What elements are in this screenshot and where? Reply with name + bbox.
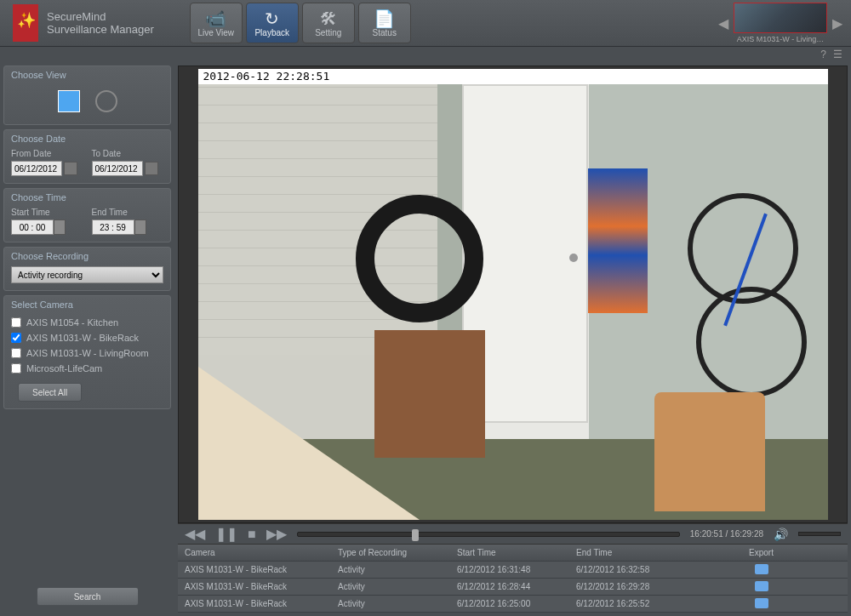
from-date-input[interactable] <box>11 161 62 176</box>
time-display: 16:20:51 / 16:29:28 <box>690 529 763 539</box>
cell-end: 6/12/2012 16:29:28 <box>569 582 688 591</box>
to-date-input[interactable] <box>92 161 143 176</box>
search-button[interactable]: Search <box>37 587 139 606</box>
export-icon[interactable] <box>755 598 768 608</box>
nav-label: Status <box>373 28 397 37</box>
col-export[interactable]: Export <box>688 548 834 557</box>
camera-label: AXIS M1054 - Kitchen <box>26 317 118 328</box>
start-time-label: Start Time <box>11 208 83 217</box>
app-logo <box>13 4 38 42</box>
prev-camera-icon[interactable]: ◀ <box>718 16 728 31</box>
camera-item[interactable]: Microsoft-LifeCam <box>11 361 163 376</box>
nav-label: Live View <box>197 28 234 37</box>
calendar-icon[interactable] <box>64 162 77 175</box>
tools-icon: 🛠 <box>320 9 337 28</box>
next-camera-icon[interactable]: ▶ <box>832 16 842 31</box>
cell-export[interactable] <box>688 581 834 593</box>
camera-thumbnail-nav: ◀ AXIS M1031-W - Living… ▶ <box>718 3 851 43</box>
calendar-icon[interactable] <box>145 162 158 175</box>
cell-type: Activity <box>331 565 450 574</box>
end-time-input[interactable] <box>92 220 134 235</box>
pause-icon[interactable]: ❚❚ <box>215 526 237 542</box>
start-time-input[interactable] <box>11 220 54 235</box>
col-end[interactable]: End Time <box>569 548 688 557</box>
table-row[interactable]: AXIS M1031-W - BikeRack Activity 6/12/20… <box>178 596 848 613</box>
camera-checkbox[interactable] <box>11 363 21 374</box>
thumbnail-label: AXIS M1031-W - Living… <box>734 35 827 43</box>
cell-camera: AXIS M1031-W - BikeRack <box>178 582 331 591</box>
nav-setting[interactable]: 🛠 Setting <box>302 3 355 43</box>
volume-slider[interactable] <box>798 532 841 536</box>
video-frame[interactable]: 2012-06-12 22:28:51 <box>198 69 828 520</box>
toolbar: ? ☰ <box>0 47 851 62</box>
panel-title: Choose Time <box>11 192 163 202</box>
app-title: SecureMind Surveillance Manager <box>47 10 154 36</box>
panel-title: Select Camera <box>11 299 163 310</box>
camera-item[interactable]: AXIS M1031-W - LivingRoom <box>11 345 163 361</box>
cell-end: 6/12/2012 16:25:52 <box>569 599 688 608</box>
table-row[interactable]: AXIS M1031-W - BikeRack Activity 6/12/20… <box>178 562 848 579</box>
cell-export[interactable] <box>688 564 834 576</box>
forward-icon[interactable]: ▶▶ <box>266 526 287 542</box>
zoom-view-icon[interactable] <box>95 90 117 112</box>
export-icon[interactable] <box>755 564 768 574</box>
cell-type: Activity <box>331 582 450 591</box>
col-start[interactable]: Start Time <box>450 548 569 557</box>
panel-title: Choose Recording <box>11 251 163 261</box>
camera-checkbox[interactable] <box>11 348 21 358</box>
volume-icon[interactable]: 🔊 <box>774 528 788 541</box>
document-icon: 📄 <box>374 9 395 28</box>
cell-camera: AXIS M1031-W - BikeRack <box>178 599 331 608</box>
table-row[interactable]: AXIS M1031-W - BikeRack Activity 6/12/20… <box>178 579 848 596</box>
camera-icon: 📹 <box>205 9 226 28</box>
end-time-label: End Time <box>92 208 164 217</box>
camera-item[interactable]: AXIS M1054 - Kitchen <box>11 315 163 330</box>
camera-checkbox[interactable] <box>11 333 21 343</box>
camera-thumbnail[interactable] <box>734 3 827 33</box>
cell-start: 6/12/2012 16:25:00 <box>450 599 569 608</box>
nav-label: Playback <box>254 28 289 37</box>
nav-playback[interactable]: ↻ Playback <box>246 3 299 43</box>
select-camera-panel: Select Camera AXIS M1054 - KitchenAXIS M… <box>3 295 171 409</box>
camera-label: AXIS M1031-W - LivingRoom <box>26 348 149 358</box>
choose-time-panel: Choose Time Start Time End Time <box>3 188 171 242</box>
cell-start: 6/12/2012 16:28:44 <box>450 582 569 591</box>
nav-status[interactable]: 📄 Status <box>358 3 411 43</box>
seek-slider[interactable] <box>297 532 680 537</box>
sidebar: Choose View Choose Date From Date To Dat… <box>0 62 174 616</box>
panel-title: Choose View <box>11 70 163 80</box>
rewind-icon[interactable]: ◀◀ <box>185 526 205 542</box>
recording-type-select[interactable]: Activity recording <box>11 266 163 283</box>
choose-view-panel: Choose View <box>3 66 171 125</box>
camera-item[interactable]: AXIS M1031-W - BikeRack <box>11 330 163 345</box>
nav-live-view[interactable]: 📹 Live View <box>190 3 243 43</box>
grid-view-icon[interactable] <box>58 90 80 112</box>
col-camera[interactable]: Camera <box>178 548 331 557</box>
cell-end: 6/12/2012 16:32:58 <box>569 565 688 574</box>
settings-icon[interactable]: ☰ <box>833 48 842 60</box>
camera-checkbox[interactable] <box>11 317 21 328</box>
video-viewport: 2012-06-12 22:28:51 <box>178 66 848 523</box>
main-area: 2012-06-12 22:28:51 ◀◀ ❚❚ ■ ▶▶ <box>174 62 851 616</box>
stop-icon[interactable]: ■ <box>248 527 256 542</box>
table-header: Camera Type of Recording Start Time End … <box>178 545 848 562</box>
panel-title: Choose Date <box>11 134 163 144</box>
nav-label: Setting <box>315 28 341 37</box>
col-type[interactable]: Type of Recording <box>331 548 450 557</box>
spinner-icon[interactable] <box>134 220 146 235</box>
cell-export[interactable] <box>688 598 834 610</box>
from-date-label: From Date <box>11 149 83 158</box>
video-timestamp: 2012-06-12 22:28:51 <box>198 69 828 84</box>
choose-date-panel: Choose Date From Date To Date <box>3 129 171 184</box>
playback-controls: ◀◀ ❚❚ ■ ▶▶ 16:20:51 / 16:29:28 🔊 <box>178 523 848 544</box>
help-icon[interactable]: ? <box>820 48 826 60</box>
cell-type: Activity <box>331 599 450 608</box>
recordings-table: Camera Type of Recording Start Time End … <box>178 544 848 613</box>
spinner-icon[interactable] <box>54 220 66 235</box>
cell-start: 6/12/2012 16:31:48 <box>450 565 569 574</box>
to-date-label: To Date <box>92 149 164 158</box>
seek-thumb[interactable] <box>412 529 419 541</box>
export-icon[interactable] <box>755 581 768 591</box>
camera-label: AXIS M1031-W - BikeRack <box>26 333 139 343</box>
select-all-button[interactable]: Select All <box>18 383 82 402</box>
